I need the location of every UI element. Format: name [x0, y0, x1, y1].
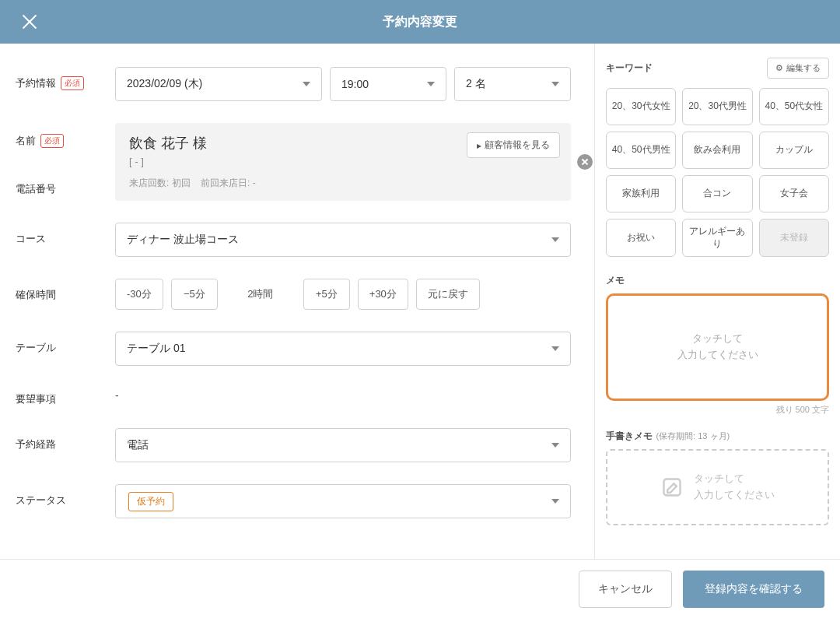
required-badge: 必須 [61, 76, 84, 90]
chevron-down-icon [551, 237, 559, 242]
chevron-down-icon [303, 82, 310, 86]
customer-visit-info: 来店回数: 初回 前回来店日: - [129, 177, 557, 190]
keywords-title: キーワード [606, 61, 653, 75]
keyword-chip[interactable]: 20、30代女性 [606, 88, 676, 125]
duration-reset-button[interactable]: 元に戻す [416, 279, 480, 310]
memo-input[interactable]: タッチして 入力してください [606, 293, 829, 401]
keyword-chip[interactable]: 40、50代男性 [606, 132, 676, 169]
customer-info-button[interactable]: ▸ 顧客情報を見る [467, 132, 560, 158]
requests-value: - [115, 388, 571, 402]
svg-rect-0 [663, 479, 680, 496]
label-reservation-info: 予約情報 必須 [16, 67, 115, 90]
close-icon[interactable] [22, 14, 37, 30]
keyword-chip[interactable]: カップル [759, 132, 829, 169]
label-status: ステータス [16, 484, 115, 507]
party-select[interactable]: 2 名 [454, 67, 571, 101]
duration-display: 2時間 [226, 279, 296, 310]
keyword-chip: 未登録 [759, 219, 829, 257]
keyword-chip[interactable]: 女子会 [759, 175, 829, 212]
course-select[interactable]: ディナー 波止場コース [115, 223, 571, 257]
table-select[interactable]: テーブル 01 [115, 332, 571, 366]
label-phone: 電話番号 [16, 173, 115, 196]
label-duration: 確保時間 [16, 279, 115, 302]
gear-icon: ⚙ [775, 63, 783, 73]
keyword-chip[interactable]: アレルギーあり [682, 219, 752, 257]
keyword-chip[interactable]: 20、30代男性 [682, 88, 752, 125]
chevron-down-icon [551, 346, 559, 351]
modal-header: 予約内容変更 [0, 0, 840, 44]
duration-plus30-button[interactable]: +30分 [358, 279, 408, 310]
label-route: 予約経路 [16, 428, 115, 451]
label-requests: 要望事項 [16, 388, 115, 406]
modal-title: 予約内容変更 [383, 14, 457, 30]
caret-right-icon: ▸ [477, 140, 481, 151]
keyword-chip[interactable]: 40、50代女性 [759, 88, 829, 125]
confirm-button[interactable]: 登録内容を確認する [683, 571, 824, 608]
memo-remaining: 残り 500 文字 [606, 404, 829, 416]
time-select[interactable]: 19:00 [330, 67, 446, 101]
memo-title: メモ [606, 274, 829, 287]
chevron-down-icon [427, 82, 435, 86]
keyword-chip[interactable]: 家族利用 [606, 175, 676, 212]
chevron-down-icon [551, 443, 559, 448]
label-course: コース [16, 223, 115, 246]
label-name: 名前 必須 [16, 123, 115, 148]
keyword-chip[interactable]: 合コン [682, 175, 752, 212]
chevron-down-icon [551, 82, 559, 86]
duration-minus5-button[interactable]: −5分 [171, 279, 218, 310]
status-badge: 仮予約 [128, 492, 173, 511]
route-select[interactable]: 電話 [115, 428, 571, 462]
label-table: テーブル [16, 332, 115, 355]
pencil-icon [661, 476, 683, 498]
handwrite-note: (保存期間: 13 ヶ月) [656, 431, 730, 441]
edit-keywords-button[interactable]: ⚙ 編集する [767, 58, 829, 79]
status-select[interactable]: 仮予約 [115, 484, 571, 518]
keyword-chip[interactable]: お祝い [606, 219, 676, 257]
side-panel: キーワード ⚙ 編集する 20、30代女性20、30代男性40、50代女性40、… [594, 44, 840, 559]
duration-minus30-button[interactable]: -30分 [115, 279, 163, 310]
customer-card: 飲食 花子 様 [ - ] 来店回数: 初回 前回来店日: - ▸ 顧客情報を見… [115, 123, 571, 201]
footer: キャンセル 登録内容を確認する [0, 559, 840, 618]
clear-customer-icon[interactable] [577, 154, 593, 170]
main-panel: 予約情報 必須 2023/02/09 (木) 19:00 2 名 [0, 44, 594, 559]
handwrite-title: 手書きメモ [606, 430, 653, 441]
chevron-down-icon [551, 499, 559, 504]
date-select[interactable]: 2023/02/09 (木) [115, 67, 322, 101]
required-badge: 必須 [40, 134, 64, 148]
keyword-chip[interactable]: 飲み会利用 [682, 132, 752, 169]
handwrite-input[interactable]: タッチして 入力してください [606, 449, 829, 525]
cancel-button[interactable]: キャンセル [579, 571, 672, 608]
duration-plus5-button[interactable]: +5分 [303, 279, 350, 310]
